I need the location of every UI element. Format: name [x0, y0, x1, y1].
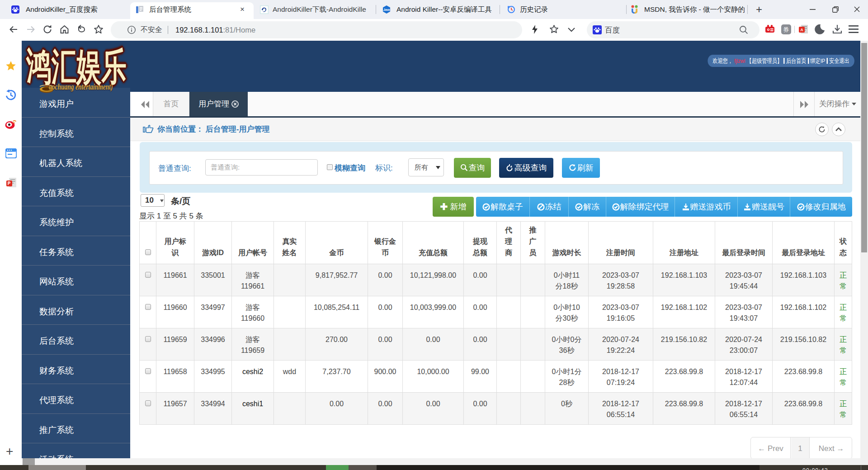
svg-text:Java: Java	[383, 8, 390, 11]
svg-text:A: A	[800, 28, 803, 32]
svg-text:券: 券	[783, 26, 789, 33]
